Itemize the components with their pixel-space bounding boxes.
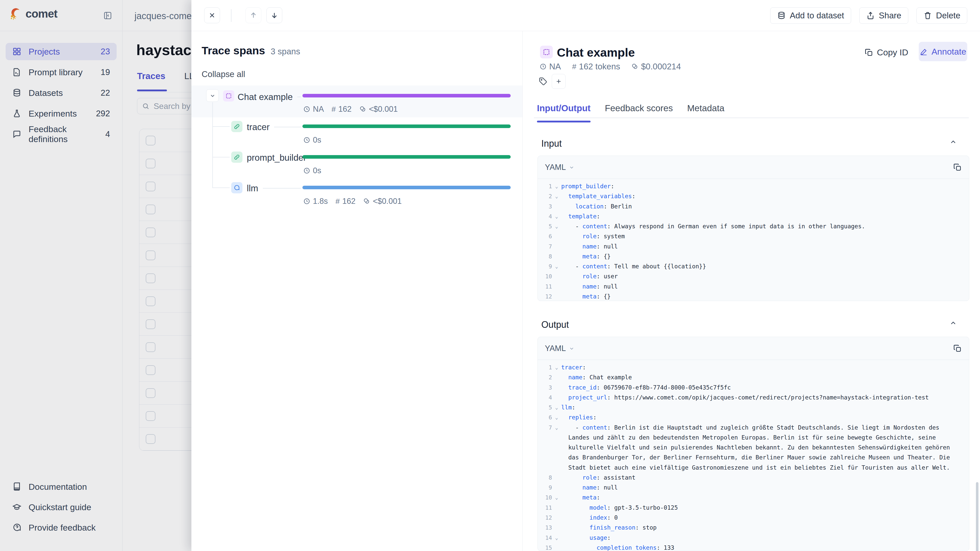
line-number: 8 [541, 473, 552, 483]
trace-detail-drawer: Add to dataset Share Delete Trace spans … [191, 0, 980, 551]
toolbar-divider [231, 9, 231, 22]
coins-icon [632, 63, 638, 70]
code-text: model: gpt-3.5-turbo-0125 [561, 503, 964, 513]
fold-chevron-icon[interactable]: ⌄ [552, 262, 561, 272]
coins-icon [363, 198, 370, 205]
line-number: 12 [541, 513, 552, 523]
dataset-icon [777, 11, 786, 20]
chevron-down-icon [569, 346, 574, 351]
span-timeline-bar[interactable] [302, 186, 511, 189]
span-name[interactable]: tracer [247, 122, 269, 132]
format-select[interactable]: YAML [545, 163, 574, 172]
copy-id-button[interactable]: Copy ID [865, 48, 908, 57]
span-metrics: 0s [303, 166, 321, 175]
code-line: 9⌄ - content: Tell me about {{location}} [541, 262, 964, 272]
span-timeline-bar[interactable] [302, 155, 511, 159]
link-icon [234, 154, 240, 160]
collapse-input-button[interactable] [950, 138, 957, 146]
tab-feedback-scores[interactable]: Feedback scores [605, 103, 673, 122]
code-line: 1⌄prompt_builder: [541, 181, 964, 191]
code-text: - content: Always respond in German even… [561, 221, 964, 231]
next-trace-button[interactable] [266, 7, 282, 23]
drawer-toolbar: Add to dataset Share Delete [191, 0, 980, 31]
code-text: meta: {} [561, 292, 964, 301]
detail-scrollbar[interactable] [976, 482, 978, 551]
input-yaml-code[interactable]: 1⌄prompt_builder:2⌄ template_variables:3… [538, 179, 969, 301]
dashed-square-icon [225, 93, 232, 99]
code-text: - content: Berlin ist die Hauptstadt und… [561, 423, 964, 473]
duration-chip: NA [303, 105, 324, 114]
span-name[interactable]: prompt_builder [247, 152, 306, 163]
expand-collapse-button[interactable] [206, 89, 219, 102]
tab-input-output[interactable]: Input/Output [537, 103, 590, 122]
code-text: template_variables: [561, 191, 964, 201]
code-text: role: system [561, 231, 964, 241]
tags-row [538, 74, 566, 89]
cost-badge: $0.000214 [632, 62, 681, 71]
line-number: 3 [541, 383, 552, 392]
copy-code-button[interactable] [953, 163, 962, 171]
output-section-header: Output [541, 319, 569, 330]
code-text: usage: [561, 533, 964, 543]
code-text: name: null [561, 241, 964, 251]
share-button[interactable]: Share [859, 7, 908, 24]
tokens-chip: #162 [336, 197, 355, 206]
span-name[interactable]: llm [247, 183, 258, 193]
line-number: 6 [541, 231, 552, 241]
copy-code-button[interactable] [953, 344, 962, 353]
copy-icon [953, 163, 962, 171]
annotate-button[interactable]: Annotate [919, 42, 967, 61]
span-name[interactable]: Chat example [238, 92, 293, 102]
format-select[interactable]: YAML [545, 344, 574, 353]
collapse-output-button[interactable] [950, 319, 957, 327]
modal-scrim[interactable] [0, 0, 191, 551]
tab-metadata[interactable]: Metadata [687, 103, 724, 122]
fold-chevron-icon[interactable]: ⌄ [552, 413, 561, 422]
line-number: 10 [541, 492, 552, 503]
fold-chevron-icon[interactable]: ⌄ [552, 492, 561, 503]
code-text: name: null [561, 483, 964, 492]
code-text: role: user [561, 272, 964, 281]
add-tag-button[interactable] [552, 74, 566, 89]
span-timeline-bar[interactable] [302, 124, 511, 128]
close-drawer-button[interactable] [204, 7, 220, 23]
code-text: prompt_builder: [561, 181, 964, 191]
delete-button[interactable]: Delete [916, 7, 967, 24]
fold-chevron-icon[interactable]: ⌄ [552, 181, 561, 191]
code-line: 10⌄ meta: [541, 492, 964, 503]
duration-chip: 1.8s [303, 197, 328, 206]
fold-chevron-icon[interactable]: ⌄ [552, 211, 561, 221]
add-to-dataset-button[interactable]: Add to dataset [770, 7, 851, 24]
code-line: 9 name: null [541, 483, 964, 492]
code-line: 5⌄ - content: Always respond in German e… [541, 221, 964, 231]
code-text: role: assistant [561, 473, 964, 483]
fold-chevron-icon[interactable]: ⌄ [552, 423, 561, 433]
line-number: 2 [541, 372, 552, 383]
chevron-down-icon [210, 93, 216, 99]
line-number: 13 [541, 523, 552, 533]
fold-chevron-icon[interactable]: ⌄ [552, 533, 561, 543]
code-line: 7 name: null [541, 241, 964, 251]
code-text: finish_reason: stop [561, 523, 964, 533]
code-line: 5⌄llm: [541, 403, 964, 413]
duration-badge: NA [539, 62, 561, 71]
fold-chevron-icon[interactable]: ⌄ [552, 191, 561, 201]
previous-trace-button[interactable] [245, 7, 261, 23]
tokens-badge: #162 tokens [572, 62, 620, 71]
span-detail-panel: Chat example Copy ID Annotate NA #162 to… [523, 31, 980, 551]
code-text: replies: [561, 413, 964, 422]
duration-chip: 0s [303, 166, 321, 175]
output-yaml-code[interactable]: 1⌄tracer:2 name: Chat example3 trace_id:… [538, 360, 969, 551]
code-line: 12 meta: {} [541, 292, 964, 301]
fold-chevron-icon[interactable]: ⌄ [552, 362, 561, 372]
code-line: 13 finish_reason: stop [541, 523, 964, 533]
code-text: index: 0 [561, 513, 964, 523]
span-timeline-bar[interactable] [302, 94, 511, 97]
fold-chevron-icon[interactable]: ⌄ [552, 221, 561, 231]
fold-chevron-icon[interactable]: ⌄ [552, 403, 561, 413]
pen-icon [920, 48, 928, 56]
code-text: name: Chat example [561, 372, 964, 383]
tree-connector-stub [212, 157, 230, 157]
code-text: - content: Tell me about {{location}} [561, 262, 964, 272]
code-line: 6⌄ replies: [541, 413, 964, 422]
